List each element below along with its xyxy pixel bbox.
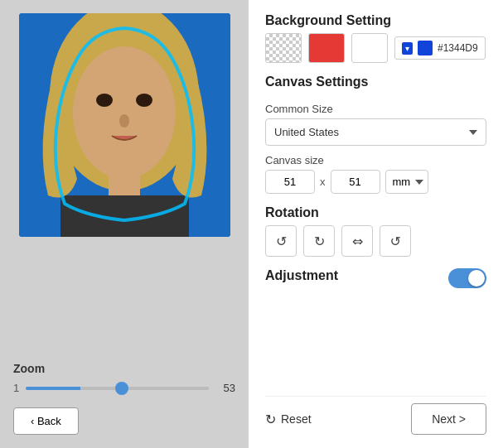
zoom-min: 1 — [13, 382, 19, 394]
photo-svg — [19, 13, 230, 237]
photo-placeholder — [19, 13, 230, 237]
adjustment-section: Adjustment — [265, 268, 486, 288]
canvas-height-input[interactable] — [331, 170, 380, 194]
reset-icon: ↻ — [265, 412, 276, 427]
svg-point-4 — [136, 94, 152, 107]
zoom-row: 1 53 — [13, 382, 235, 394]
common-size-label: Common Size — [265, 103, 486, 115]
adjustment-toggle[interactable] — [448, 268, 486, 288]
reset-label: Reset — [281, 412, 312, 426]
adjustment-label: Adjustment — [265, 268, 338, 283]
zoom-label: Zoom — [13, 362, 235, 375]
unit-select[interactable]: mm cm in px — [385, 170, 428, 194]
bg-section-title: Background Setting — [265, 13, 486, 28]
x-separator: x — [320, 176, 326, 188]
rotation-buttons: ↺ ↻ ⇔ ↻ — [265, 225, 486, 257]
rotation-section: Rotation ↺ ↻ ⇔ ↻ — [265, 205, 486, 257]
left-panel: Zoom 1 53 ‹ Back — [0, 0, 249, 448]
svg-point-3 — [96, 94, 113, 107]
zoom-value: 53 — [215, 382, 235, 394]
common-size-select[interactable]: United States — [265, 118, 486, 146]
canvas-size-label: Canvas size — [265, 154, 486, 166]
bg-setting-section: Background Setting ▾ #1344D9 — [265, 13, 486, 63]
color-swatch-preview — [418, 41, 433, 55]
color-picker-button[interactable]: ▾ #1344D9 — [394, 36, 486, 60]
canvas-section-title: Canvas Settings — [265, 75, 486, 89]
rotate-ccw-button[interactable]: ↻ — [380, 225, 411, 257]
reset-button[interactable]: ↻ Reset — [265, 412, 312, 427]
canvas-size-field: Canvas size x mm cm in px — [265, 154, 486, 194]
svg-rect-7 — [60, 195, 189, 237]
bg-setting-row: ▾ #1344D9 — [265, 33, 486, 63]
canvas-size-row: x mm cm in px — [265, 170, 486, 194]
toggle-knob — [468, 270, 485, 287]
next-button[interactable]: Next > — [411, 403, 486, 435]
chevron-icon: ▾ — [402, 42, 413, 55]
flip-horizontal-button[interactable]: ⇔ — [341, 225, 373, 257]
bg-swatch-white[interactable] — [351, 33, 388, 63]
rotation-label: Rotation — [265, 205, 486, 220]
color-hex-label: #1344D9 — [438, 42, 478, 54]
rotate-left-button[interactable]: ↺ — [265, 225, 297, 257]
zoom-slider[interactable] — [26, 387, 209, 390]
common-size-field: Common Size United States — [265, 103, 486, 146]
canvas-width-input[interactable] — [265, 170, 315, 194]
canvas-settings-section: Canvas Settings Common Size United State… — [265, 75, 486, 194]
svg-point-5 — [119, 114, 129, 128]
photo-container — [19, 13, 230, 237]
rotate-right-button[interactable]: ↻ — [303, 225, 335, 257]
bg-swatch-red[interactable] — [308, 33, 345, 63]
bg-swatch-transparent[interactable] — [265, 33, 302, 63]
right-panel: Background Setting ▾ #1344D9 Canvas Sett… — [249, 0, 503, 448]
svg-point-2 — [73, 46, 176, 179]
bottom-bar: ↻ Reset Next > — [265, 396, 486, 435]
back-button[interactable]: ‹ Back — [13, 407, 79, 435]
zoom-section: Zoom 1 53 — [13, 345, 235, 394]
